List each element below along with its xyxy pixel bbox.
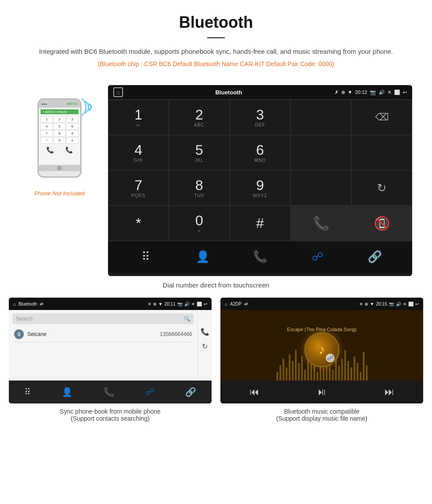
contact-name: Seicane: [27, 331, 156, 337]
dial-key-4[interactable]: 4 GHI: [108, 135, 169, 170]
pb-search-bar[interactable]: Search 🔍: [12, 314, 194, 324]
pb-contacts-icon[interactable]: 👤: [62, 387, 73, 397]
pb-time: 20:11: [164, 302, 175, 306]
music-toolbar: ⏮ ⏯ ⏭: [220, 381, 423, 403]
end-call-button[interactable]: 📵: [351, 205, 412, 241]
call-red-icon: 📵: [374, 216, 390, 231]
contact-row[interactable]: S Seicane 13566664466: [12, 327, 194, 342]
phone-icon[interactable]: 📞: [249, 246, 271, 268]
pb-toolbar: ⠿ 👤 📞 ☍ 🔗: [9, 381, 212, 403]
music-vol-icon: 🔊: [396, 302, 401, 306]
phone-key: 2: [53, 116, 66, 123]
dial-key-hash[interactable]: #: [230, 205, 290, 241]
next-track-button[interactable]: ⏭: [384, 386, 394, 398]
page-header: Bluetooth Integrated with BC6 Bluetooth …: [0, 0, 432, 81]
music-loc-icon: ⊕: [365, 302, 368, 306]
search-icon: 🔍: [184, 316, 190, 322]
call-green-icon: 📞: [313, 216, 329, 231]
phone-key: 3: [66, 116, 78, 123]
phone-key: 5: [53, 123, 66, 130]
phone-home-button: [57, 166, 62, 170]
music-panel: ⌂ A2DP ⇌ ✕ ⊕ ▼ 20:15 📷 🔊 ✕ ⬜ ↩: [220, 298, 423, 422]
reload-icon: ↻: [377, 181, 387, 195]
play-pause-button[interactable]: ⏯: [317, 386, 327, 398]
pb-side-reload-icon[interactable]: ↻: [202, 342, 208, 351]
dial-key-0[interactable]: 0 +: [169, 205, 230, 241]
pb-home-icon: ⌂: [13, 302, 16, 306]
pb-vol-icon: 🔊: [184, 302, 190, 306]
music-back-icon: ↩: [415, 302, 419, 306]
contact-number: 13566664466: [160, 331, 192, 337]
music-note-icon: ♪: [319, 342, 325, 357]
dial-key-7[interactable]: 7 PQRS: [108, 170, 169, 205]
phone-key: *: [41, 137, 53, 144]
phone-top-bar: ●●● MOTO: [39, 100, 80, 108]
camera-icon[interactable]: 📷: [370, 90, 376, 95]
prev-track-button[interactable]: ⏮: [250, 386, 259, 398]
signal-icon: ▼: [348, 90, 353, 95]
dial-key-5[interactable]: 5 JKL: [169, 135, 230, 170]
phone-wrapper: ●●● MOTO + Add to Contacts 1 2 3 4 5 6 7: [33, 98, 86, 187]
backspace-button[interactable]: ⌫: [351, 100, 412, 135]
phone-key: 6: [66, 123, 78, 130]
back-icon[interactable]: ↩: [403, 90, 407, 95]
pb-bt-icon: ✕: [148, 302, 151, 306]
song-title: Escape (The Pina Colada Song): [287, 327, 357, 332]
backspace-icon: ⌫: [375, 112, 389, 123]
music-caption: Bluetooth music compatible (Support disp…: [276, 408, 368, 422]
dialpad-icon[interactable]: ⠿: [134, 246, 156, 268]
pb-win-icon: ⬜: [197, 302, 202, 306]
dial-key-3[interactable]: 3 DEF: [230, 100, 290, 135]
music-usb-icon: ⇌: [244, 302, 248, 306]
pb-search-placeholder: Search: [16, 316, 33, 322]
call-button[interactable]: 📞: [290, 205, 351, 241]
pb-link-icon[interactable]: 🔗: [185, 387, 196, 397]
dial-key-2[interactable]: 2 ABC: [169, 100, 230, 135]
dial-screen: Bluetooth ✗ ⊕ ▼ 20:12 📷 🔊 ✕ ⬜ ↩ 1 ∞ 2: [108, 85, 412, 276]
window-icon[interactable]: ⬜: [394, 90, 400, 95]
redial-button[interactable]: ↻: [351, 170, 412, 205]
pb-phone-icon[interactable]: 📞: [104, 387, 115, 397]
pb-status-bar: ⌂ Bluetooth ⇌ ✕ ⊕ ▼ 20:11 📷 🔊 ✕ ⬜ ↩: [9, 298, 212, 310]
phone-not-included-label: Phone Not Included: [34, 190, 85, 197]
home-icon[interactable]: [113, 87, 123, 97]
music-app-name: A2DP: [230, 302, 242, 306]
music-cam-icon: 📷: [389, 302, 394, 306]
pb-bt-toolbar-icon[interactable]: ☍: [145, 387, 154, 397]
bluetooth-icon[interactable]: ☍: [306, 246, 328, 268]
dial-key-star[interactable]: *: [108, 205, 169, 241]
bluetooth-status-icon: ✗: [335, 90, 339, 95]
pb-dialpad-icon[interactable]: ⠿: [24, 387, 31, 397]
phone-key: 7: [41, 130, 53, 137]
dial-key-empty-3: [351, 135, 412, 170]
dial-key-6[interactable]: 6 MNO: [230, 135, 290, 170]
page-description: Integrated with BC6 Bluetooth module, su…: [26, 46, 406, 57]
phone-key: 8: [53, 130, 66, 137]
dial-bottom-toolbar: ⠿ 👤 📞 ☍ 🔗: [108, 241, 412, 273]
bluetooth-specs: (Bluetooth chip : CSR BC6 Default Blueto…: [26, 60, 406, 67]
album-art: ♪ ☍: [304, 332, 339, 367]
link-icon[interactable]: 🔗: [364, 246, 386, 268]
phone-key: 1: [41, 116, 53, 123]
title-divider: [207, 37, 225, 38]
pb-side-call-icon[interactable]: 📞: [201, 328, 209, 336]
phone-illustration: ●●● MOTO + Add to Contacts 1 2 3 4 5 6 7: [20, 85, 99, 197]
volume-icon[interactable]: 🔊: [379, 90, 385, 95]
phone-key: 4: [41, 123, 53, 130]
dial-key-9[interactable]: 9 WXYZ: [230, 170, 290, 205]
middle-section: ●●● MOTO + Add to Contacts 1 2 3 4 5 6 7: [0, 81, 432, 276]
music-sig-icon: ▼: [370, 302, 374, 306]
status-right: ✗ ⊕ ▼ 20:12 📷 🔊 ✕ ⬜ ↩: [335, 90, 407, 95]
dial-pad: 1 ∞ 2 ABC 3 DEF ⌫ 4 GHI 5 JKL: [108, 99, 412, 276]
music-status-bar: ⌂ A2DP ⇌ ✕ ⊕ ▼ 20:15 📷 🔊 ✕ ⬜ ↩: [220, 298, 423, 310]
page-title: Bluetooth: [26, 13, 406, 32]
phone-bottom: [39, 165, 80, 171]
dial-key-8[interactable]: 8 TUV: [169, 170, 230, 205]
music-bt-icon: ✕: [359, 302, 363, 306]
contacts-icon[interactable]: 👤: [192, 246, 214, 268]
time-display: 20:12: [355, 90, 367, 95]
phonebook-screen: ⌂ Bluetooth ⇌ ✕ ⊕ ▼ 20:11 📷 🔊 ✕ ⬜ ↩: [9, 298, 212, 403]
app-name-label: Bluetooth: [215, 89, 242, 96]
close-icon[interactable]: ✕: [387, 90, 391, 95]
dial-key-1[interactable]: 1 ∞: [108, 100, 169, 135]
